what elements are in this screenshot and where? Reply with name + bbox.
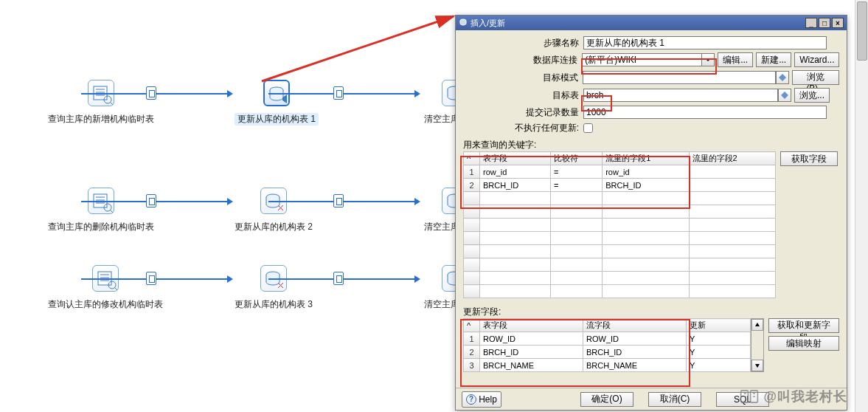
diamond-icon[interactable]: [776, 71, 789, 84]
close-button[interactable]: ×: [832, 18, 844, 28]
browse-schema-button[interactable]: 浏览(B)...: [792, 70, 839, 85]
help-button[interactable]: ?Help: [462, 391, 501, 408]
label-target-table: 目标表: [463, 89, 583, 102]
no-update-checkbox[interactable]: [583, 123, 593, 133]
node-update-slave-3[interactable]: 更新从库的机构表 3: [235, 265, 313, 311]
connection-combo[interactable]: [582, 53, 701, 66]
browse-table-button[interactable]: 浏览...: [794, 88, 830, 103]
node-label: 查询主库的新增机构临时表: [48, 113, 154, 126]
label-commit-size: 提交记录数量: [463, 106, 583, 119]
scroll-down-button[interactable]: [751, 360, 763, 371]
node-update-slave-2[interactable]: 更新从库的机构表 2: [235, 188, 313, 233]
table-row: [464, 258, 776, 272]
table-row: [464, 272, 776, 285]
watermark: @叫我老村长: [740, 387, 847, 406]
label-no-update: 不执行任何更新:: [463, 122, 583, 134]
scroll-up-button[interactable]: [751, 319, 763, 331]
new-connection-button[interactable]: 新建...: [756, 52, 791, 67]
max-button[interactable]: □: [819, 18, 830, 28]
node-label: 查询认主库的修改机构临时表: [48, 298, 163, 311]
col-stream-field2[interactable]: 流里的字段2: [689, 152, 775, 165]
node-label: 更新从库的机构表 1: [235, 113, 319, 126]
col-stream-field1[interactable]: 流里的字段1: [603, 152, 689, 165]
label-target-schema: 目标模式: [463, 72, 583, 84]
table-row: [464, 219, 776, 232]
node-label: 更新从库的机构表 2: [235, 221, 313, 233]
dialog-titlebar[interactable]: 插入/更新 _ □ ×: [456, 16, 847, 30]
hop-marker: [146, 194, 156, 207]
step-name-input[interactable]: [583, 36, 827, 49]
ok-button[interactable]: 确定(O): [580, 392, 633, 407]
node-query-insert[interactable]: 查询主库的新增机构临时表: [48, 80, 154, 126]
table-row: [464, 205, 776, 219]
grid-corner[interactable]: ^: [464, 319, 480, 332]
node-query-delete[interactable]: 查询主库的删除机构临时表: [48, 188, 154, 233]
col-stream-field[interactable]: 流字段: [583, 319, 687, 332]
dialog-insert-update: 插入/更新 _ □ × 步骤名称 数据库连接 编辑... 新建... Wizar…: [455, 15, 847, 411]
node-label: 更新从库的机构表 3: [235, 298, 313, 311]
node-label: 查询主库的删除机构临时表: [48, 221, 154, 233]
label-connection: 数据库连接: [463, 54, 582, 66]
edit-connection-button[interactable]: 编辑...: [718, 52, 753, 67]
col-table-field[interactable]: 表字段: [480, 152, 551, 165]
hop-marker: [146, 272, 156, 285]
diamond-icon[interactable]: [778, 89, 791, 102]
table-row: [464, 285, 776, 298]
wizard-button[interactable]: Wizard...: [794, 52, 839, 67]
table-row: [464, 192, 776, 205]
table-row: [464, 232, 776, 245]
commit-size-input[interactable]: [583, 106, 827, 119]
col-table-field[interactable]: 表字段: [480, 319, 583, 332]
table-row: 1row_id=row_id: [464, 165, 776, 179]
table-row: [464, 245, 776, 258]
update-grid-scrollbar[interactable]: [751, 318, 764, 372]
get-update-fields-button[interactable]: 获取和更新字段: [768, 318, 839, 333]
get-fields-button[interactable]: 获取字段: [780, 151, 838, 166]
hop-marker: [333, 272, 344, 285]
page-scrollbar[interactable]: [855, 0, 868, 412]
hop-marker: [146, 86, 156, 100]
edit-mapping-button[interactable]: 编辑映射: [768, 336, 839, 351]
key-grid[interactable]: ^ 表字段 比较符 流里的字段1 流里的字段2 1row_id=row_id 2…: [463, 151, 776, 298]
dialog-icon: [459, 18, 468, 28]
grid-corner[interactable]: ^: [464, 152, 480, 165]
help-icon: ?: [466, 394, 476, 405]
label-update-section: 更新字段:: [463, 306, 839, 318]
scroll-thumb[interactable]: [857, 1, 867, 61]
dialog-title: 插入/更新: [471, 18, 505, 29]
label-step-name: 步骤名称: [463, 37, 583, 49]
col-comparator[interactable]: 比较符: [550, 152, 602, 165]
update-grid[interactable]: ^ 表字段 流字段 更新 1ROW_IDROW_IDY 2BRCH_IDBRCH…: [463, 318, 751, 372]
label-key-section: 用来查询的关键字:: [463, 139, 839, 151]
target-schema-input[interactable]: [583, 71, 776, 84]
annotation-arrow: [251, 7, 465, 89]
combo-dropdown-button[interactable]: [701, 53, 715, 66]
min-button[interactable]: _: [805, 18, 817, 28]
hop-marker: [333, 194, 344, 207]
table-row: 2BRCH_IDBRCH_IDY: [464, 346, 751, 359]
table-row: 1ROW_IDROW_IDY: [464, 332, 751, 346]
target-table-input[interactable]: [583, 89, 778, 102]
col-update-flag[interactable]: 更新: [687, 319, 751, 332]
table-row: 3BRCH_NAMEBRCH_NAMEY: [464, 359, 751, 372]
svg-line-12: [262, 16, 454, 81]
cancel-button[interactable]: 取消(C): [648, 392, 701, 407]
table-row: 2BRCH_ID=BRCH_ID: [464, 179, 776, 192]
